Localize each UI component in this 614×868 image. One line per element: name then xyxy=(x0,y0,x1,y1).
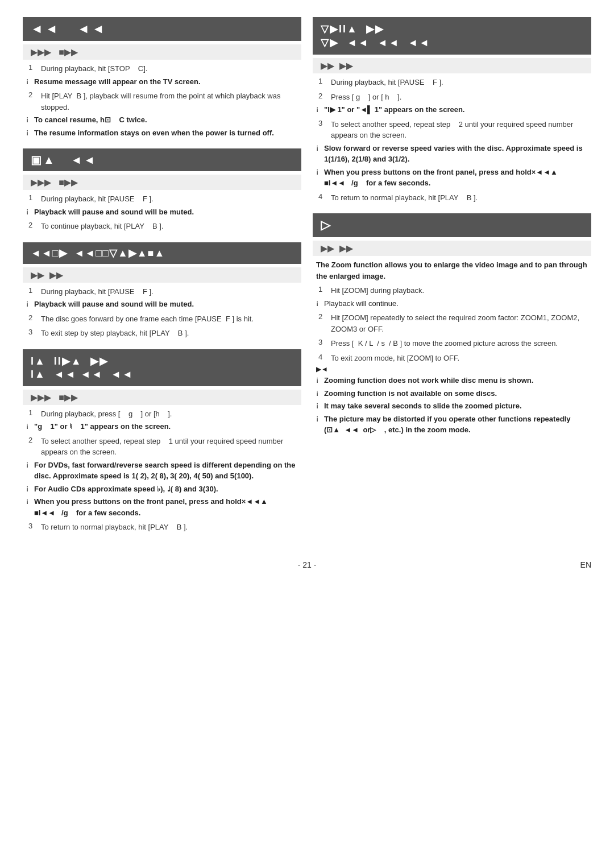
slow-bullet3: ¡ For Audio CDs approximate speed ♭), ♩(… xyxy=(26,483,301,495)
zoom-subbar: ▶▶ ▶▶ xyxy=(313,241,591,256)
step-header: ◄◄□▶ ◄◄□□▽▲▶▲■▲ xyxy=(23,242,301,264)
step-step2: 2 The disc goes forward by one frame eac… xyxy=(28,313,301,325)
slow-step2: 2 To select another speed, repeat step 1… xyxy=(28,436,301,458)
fast-step1: 1 During playback, hit [PAUSE F ]. xyxy=(318,77,591,88)
fast-step2-num: 2 xyxy=(318,92,326,100)
resume-subbar-icons: ▶▶▶ ■▶▶ xyxy=(31,47,78,57)
resume-step2: 2 Hit [PLAY B ], playback will resume fr… xyxy=(28,90,301,113)
resume-step1-text: During playback, hit [STOP C]. xyxy=(41,63,147,75)
zoom-subbar-icons: ▶▶ ▶▶ xyxy=(321,243,353,254)
pause-step1-num: 1 xyxy=(28,193,36,202)
slow-bullet4: ¡ When you press buttons on the front pa… xyxy=(26,496,301,518)
pause-step2: 2 To continue playback, hit [PLAY B ]. xyxy=(28,221,301,232)
zoom-footer-bullet1-text: Zooming function does not work while dis… xyxy=(324,375,533,386)
zoom-step4-num: 4 xyxy=(318,353,326,361)
resume-bullet3: ¡ The resume information stays on even w… xyxy=(26,127,301,139)
pause-bullet1: ¡ Playback will pause and sound will be … xyxy=(26,206,301,218)
zoom-step3-text: Press [ K / L / s / B ] to move the zoom… xyxy=(331,338,558,349)
step-step1: 1 During playback, hit [PAUSE F ]. xyxy=(28,286,301,297)
slow-bullet2: ¡ For DVDs, fast forward/reverse search … xyxy=(26,460,301,482)
zoom-intro: The Zoom function allows you to enlarge … xyxy=(316,259,591,282)
slow-bullet2-sym: ¡ xyxy=(26,460,32,468)
slow-step1-text: During playback, press [ g ] or [h ]. xyxy=(41,408,172,420)
fast-bullet2-sym: ¡ xyxy=(316,143,322,151)
fast-bullet1: ¡ "I▶ 1" or "◄▌ 1" appears on the screen… xyxy=(316,104,591,115)
zoom-header: ▷ xyxy=(313,213,591,237)
zoom-section: ▷ ▶▶ ▶▶ The Zoom function allows you to … xyxy=(313,213,591,436)
resume-step1-num: 1 xyxy=(28,63,36,72)
resume-step1: 1 During playback, hit [STOP C]. xyxy=(28,63,301,75)
fast-subbar-icons: ▶▶ ▶▶ xyxy=(321,60,353,71)
resume-bullet2: ¡ To cancel resume, h⊡ C twice. xyxy=(26,114,301,126)
step-subbar-icons: ▶▶ ▶▶ xyxy=(31,270,63,280)
slow-bullet4-sym: ¡ xyxy=(26,496,32,505)
fast-bullet3-sym: ¡ xyxy=(316,167,322,175)
zoom-footer-bullet2-text: Zooming function is not available on som… xyxy=(324,388,497,399)
zoom-step1: 1 Hit [ZOOM] during playback. xyxy=(318,285,591,296)
slow-step3-num: 3 xyxy=(28,522,36,530)
step-step2-text: The disc goes forward by one frame each … xyxy=(41,313,254,325)
zoom-header-icon: ▷ xyxy=(321,218,331,233)
zoom-step2: 2 Hit [ZOOM] repeatedly to select the re… xyxy=(318,312,591,334)
zoom-step2-text: Hit [ZOOM] repeatedly to select the requ… xyxy=(331,312,591,334)
fast-bullet1-sym: ¡ xyxy=(316,104,322,113)
fast-section: ▽▶II▲ ▶▶ ▽▶ ◄◄ ◄◄ ◄◄ ▶▶ ▶▶ 1 During play… xyxy=(313,17,591,203)
zoom-intro-text: The Zoom function allows you to enlarge … xyxy=(316,259,591,282)
step-step3-num: 3 xyxy=(28,328,36,336)
pause-subbar: ▶▶▶ ■▶▶ xyxy=(23,175,301,190)
step-bullet1-text: Playback will pause and sound will be mu… xyxy=(34,299,194,310)
zoom-step4-text: To exit zoom mode, hit [ZOOM] to OFF. xyxy=(331,353,459,364)
fast-step3-text: To select another speed, repeat step 2 u… xyxy=(331,119,591,141)
slow-header: I▲ II▶▲ ▶▶ I▲ ◄◄ ◄◄ ◄◄ xyxy=(23,349,301,386)
pause-step1: 1 During playback, hit [PAUSE F ]. xyxy=(28,193,301,205)
resume-subbar: ▶▶▶ ■▶▶ xyxy=(23,44,301,60)
page-container: ◄◄ ◄◄ ▶▶▶ ■▶▶ 1 During playback, hit [ST… xyxy=(23,17,591,569)
pause-bullet1-text: Playback will pause and sound will be mu… xyxy=(34,206,194,218)
resume-step2-num: 2 xyxy=(28,90,36,99)
pause-section: ▣▲ ◄◄ ▶▶▶ ■▶▶ 1 During playback, hit [PA… xyxy=(23,148,301,232)
fast-step3: 3 To select another speed, repeat step 2… xyxy=(318,119,591,141)
fast-bullet2-text: Slow forward or reverse speed varies wit… xyxy=(324,143,591,165)
fast-bullet1-text: "I▶ 1" or "◄▌ 1" appears on the screen. xyxy=(324,104,464,115)
zoom-footer-bullet1: ¡ Zooming function does not work while d… xyxy=(316,375,591,386)
resume-header: ◄◄ ◄◄ xyxy=(23,17,301,41)
pause-header-icon: ▣▲ ◄◄ xyxy=(31,153,97,167)
step-bullet1: ¡ Playback will pause and sound will be … xyxy=(26,299,301,310)
fast-bullet2: ¡ Slow forward or reverse speed varies w… xyxy=(316,143,591,165)
zoom-footer-bullet1-sym: ¡ xyxy=(316,375,322,383)
pause-bullet1-sym: ¡ xyxy=(26,206,32,215)
slow-step1-num: 1 xyxy=(28,408,36,417)
zoom-footer-bullet3-sym: ¡ xyxy=(316,400,322,409)
zoom-footer-bullet2-sym: ¡ xyxy=(316,388,322,396)
slow-step1: 1 During playback, press [ g ] or [h ]. xyxy=(28,408,301,420)
zoom-footer-bullet2: ¡ Zooming function is not available on s… xyxy=(316,388,591,399)
slow-subbar-icons: ▶▶▶ ■▶▶ xyxy=(31,392,78,403)
step-header-icon: ◄◄□▶ ◄◄□□▽▲▶▲■▲ xyxy=(31,247,165,259)
slow-header-line1: I▲ II▶▲ ▶▶ xyxy=(31,355,109,367)
resume-step2-text: Hit [PLAY B ], playback will resume from… xyxy=(41,90,301,113)
slow-bullet4-text: When you press buttons on the front pane… xyxy=(34,496,301,518)
resume-section: ◄◄ ◄◄ ▶▶▶ ■▶▶ 1 During playback, hit [ST… xyxy=(23,17,301,138)
left-column: ◄◄ ◄◄ ▶▶▶ ■▶▶ 1 During playback, hit [ST… xyxy=(23,17,301,543)
slow-bullet1-text: "g 1" or ♮ 1" appears on the screen. xyxy=(34,421,171,432)
page-number: - 21 - xyxy=(298,560,317,569)
zoom-step1-num: 1 xyxy=(318,285,326,294)
zoom-step3-num: 3 xyxy=(318,338,326,346)
resume-bullet2-sym: ¡ xyxy=(26,114,32,123)
fast-header: ▽▶II▲ ▶▶ ▽▶ ◄◄ ◄◄ ◄◄ xyxy=(313,17,591,55)
fast-step2: 2 Press [ g ] or [ h ]. xyxy=(318,92,591,103)
zoom-footer-bullet4-text: The picture may be distorted if you oper… xyxy=(324,414,591,436)
main-two-col: ◄◄ ◄◄ ▶▶▶ ■▶▶ 1 During playback, hit [ST… xyxy=(23,17,591,543)
step-subbar: ▶▶ ▶▶ xyxy=(23,267,301,283)
zoom-footer-bullet3-text: It may take several seconds to slide the… xyxy=(324,400,522,412)
fast-step4-text: To return to normal playback, hit [PLAY … xyxy=(331,192,478,204)
step-bullet1-sym: ¡ xyxy=(26,299,32,307)
fast-step1-text: During playback, hit [PAUSE F ]. xyxy=(331,77,443,88)
slow-bullet3-sym: ¡ xyxy=(26,483,32,492)
slow-bullet1-sym: ¡ xyxy=(26,421,32,429)
fast-step4: 4 To return to normal playback, hit [PLA… xyxy=(318,192,591,204)
resume-bullet1-sym: ¡ xyxy=(26,76,32,85)
fast-step2-text: Press [ g ] or [ h ]. xyxy=(331,92,401,103)
step-step1-num: 1 xyxy=(28,286,36,295)
fast-header-line2: ▽▶ ◄◄ ◄◄ ◄◄ xyxy=(321,36,430,49)
